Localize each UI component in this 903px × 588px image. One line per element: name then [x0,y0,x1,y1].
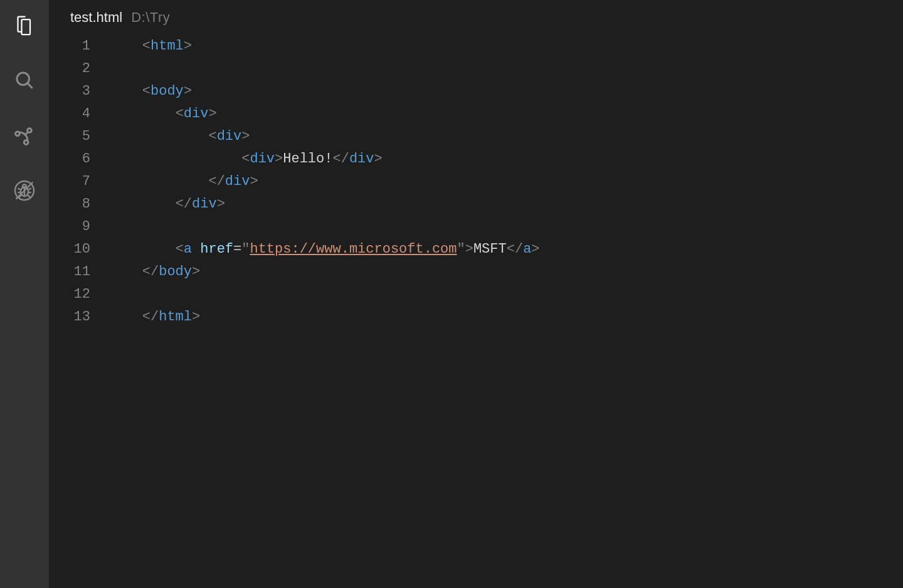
explorer-icon[interactable] [11,11,38,39]
code-line[interactable]: <html> [109,35,903,58]
svg-point-0 [17,73,29,85]
activity-bar [0,0,49,588]
code-area[interactable]: 12345678910111213 <html> <body> <div> <d… [49,35,903,588]
debug-icon[interactable] [11,177,38,204]
svg-line-14 [28,196,30,197]
line-number: 8 [49,193,90,216]
line-number: 2 [49,58,90,80]
svg-line-10 [29,188,31,189]
code-line[interactable]: </div> [109,193,903,216]
code-line[interactable] [109,283,903,306]
search-icon[interactable] [11,66,38,94]
code-line[interactable]: </body> [109,261,903,283]
code-line[interactable] [109,58,903,80]
code-line[interactable]: <a href="https://www.microsoft.com">MSFT… [109,238,903,261]
line-number: 4 [49,103,90,125]
line-number: 6 [49,148,90,171]
line-number: 1 [49,35,90,58]
editor-header: test.html D:\Try [49,0,903,35]
svg-line-1 [28,83,33,88]
line-number: 3 [49,80,90,103]
line-number: 10 [49,238,90,261]
code-line[interactable]: <body> [109,80,903,103]
code-line[interactable]: </html> [109,306,903,328]
code-line[interactable]: </div> [109,171,903,193]
editor: test.html D:\Try 12345678910111213 <html… [49,0,903,588]
line-number: 13 [49,306,90,328]
line-number: 11 [49,261,90,283]
code-line[interactable] [109,216,903,238]
file-path: D:\Try [131,9,170,26]
line-number-gutter: 12345678910111213 [49,35,109,588]
svg-line-9 [18,188,21,189]
line-number: 7 [49,171,90,193]
file-name: test.html [70,9,122,26]
line-number: 5 [49,125,90,148]
line-number: 9 [49,216,90,238]
code-line[interactable]: <div> [109,103,903,125]
code-content[interactable]: <html> <body> <div> <div> <div>Hello!</d… [109,35,903,588]
code-line[interactable]: <div> [109,125,903,148]
source-control-icon[interactable] [11,122,38,149]
line-number: 12 [49,283,90,306]
code-line[interactable]: <div>Hello!</div> [109,148,903,171]
